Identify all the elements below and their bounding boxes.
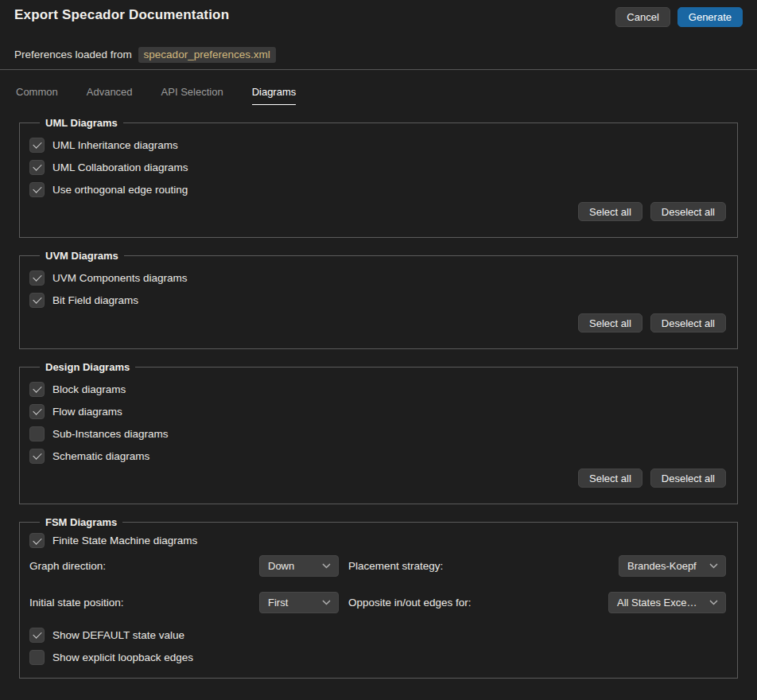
checkbox-label: Flow diagrams bbox=[52, 406, 122, 418]
checkbox-label: Schematic diagrams bbox=[52, 450, 149, 462]
checkbox-uvm-components[interactable] bbox=[29, 270, 45, 286]
select-value: Down bbox=[268, 560, 294, 572]
checkbox-uml-inheritance[interactable] bbox=[29, 138, 45, 153]
design-button-row: Select all Deselect all bbox=[29, 469, 726, 488]
design-select-all-button[interactable]: Select all bbox=[578, 469, 642, 488]
tab-api-selection[interactable]: API Selection bbox=[161, 86, 223, 105]
chevron-down-icon bbox=[709, 600, 718, 605]
checkbox-block-diagrams[interactable] bbox=[29, 382, 45, 397]
select-value: First bbox=[268, 597, 288, 609]
checkbox-row-uvm-components[interactable]: UVM Components diagrams bbox=[29, 266, 726, 289]
chevron-down-icon bbox=[709, 563, 718, 569]
fsm-options-row-1: Graph direction: Down Placement strategy… bbox=[29, 555, 726, 577]
uml-button-row: Select all Deselect all bbox=[29, 202, 726, 221]
uvm-select-all-button[interactable]: Select all bbox=[578, 313, 642, 332]
section-uvm-title: UVM Diagrams bbox=[40, 250, 124, 262]
checkbox-sub-instances-diagrams[interactable] bbox=[29, 426, 45, 441]
checkbox-label: Show explicit loopback edges bbox=[52, 651, 193, 663]
fsm-options-row-2: Initial state position: First Opposite i… bbox=[29, 592, 726, 613]
dialog-header: Export Specador Documentation Cancel Gen… bbox=[0, 0, 757, 27]
checkbox-row-schematic[interactable]: Schematic diagrams bbox=[29, 445, 726, 467]
checkbox-fsm-diagrams[interactable] bbox=[29, 533, 45, 548]
checkbox-label: Bit Field diagrams bbox=[52, 294, 138, 306]
initial-state-position-label: Initial state position: bbox=[29, 597, 259, 609]
checkbox-orthogonal-routing[interactable] bbox=[29, 182, 45, 197]
checkbox-show-loopback-edges[interactable] bbox=[29, 650, 45, 665]
uvm-deselect-all-button[interactable]: Deselect all bbox=[650, 313, 726, 332]
checkbox-label: Use orthogonal edge routing bbox=[52, 184, 188, 196]
checkbox-label: UVM Components diagrams bbox=[52, 272, 188, 284]
select-value: All States Exce… bbox=[617, 597, 697, 609]
section-uml-title: UML Diagrams bbox=[40, 117, 123, 129]
checkbox-uml-collaboration[interactable] bbox=[29, 160, 45, 175]
preferences-file-badge: specador_preferences.xml bbox=[138, 47, 276, 63]
section-uvm-diagrams: UVM Diagrams UVM Components diagrams Bit… bbox=[19, 250, 738, 349]
preferences-line: Preferences loaded from specador_prefere… bbox=[0, 27, 757, 60]
checkbox-label: Block diagrams bbox=[52, 383, 126, 395]
tab-bar: Common Advanced API Selection Diagrams bbox=[0, 70, 757, 105]
checkbox-label: Sub-Instances diagrams bbox=[52, 428, 169, 440]
checkbox-row-uml-collaboration[interactable]: UML Collaboration diagrams bbox=[29, 156, 726, 178]
uml-deselect-all-button[interactable]: Deselect all bbox=[650, 202, 726, 221]
opposite-edges-label: Opposite in/out edges for: bbox=[348, 597, 472, 609]
checkbox-label: UML Inheritance diagrams bbox=[52, 139, 178, 151]
checkbox-row-fsm[interactable]: Finite State Machine diagrams bbox=[29, 533, 726, 548]
uml-select-all-button[interactable]: Select all bbox=[578, 202, 642, 221]
checkbox-row-show-loopback-edges[interactable]: Show explicit loopback edges bbox=[29, 646, 726, 668]
fsm-footer-checkboxes: Show DEFAULT state value Show explicit l… bbox=[29, 624, 726, 668]
uvm-button-row: Select all Deselect all bbox=[29, 313, 726, 332]
checkbox-label: UML Collaboration diagrams bbox=[52, 161, 188, 173]
section-fsm-diagrams: FSM Diagrams Finite State Machine diagra… bbox=[19, 516, 738, 679]
checkbox-label: Show DEFAULT state value bbox=[52, 629, 184, 641]
checkbox-label: Finite State Machine diagrams bbox=[52, 535, 197, 546]
placement-strategy-label: Placement strategy: bbox=[348, 560, 443, 572]
design-deselect-all-button[interactable]: Deselect all bbox=[650, 469, 726, 488]
tab-advanced[interactable]: Advanced bbox=[87, 86, 133, 105]
section-design-diagrams: Design Diagrams Block diagrams Flow diag… bbox=[19, 361, 738, 504]
section-fsm-title: FSM Diagrams bbox=[40, 516, 122, 528]
checkbox-row-bit-field[interactable]: Bit Field diagrams bbox=[29, 289, 726, 311]
select-value: Brandes-Koepf bbox=[627, 560, 697, 572]
page-title: Export Specador Documentation bbox=[14, 7, 229, 23]
checkbox-schematic-diagrams[interactable] bbox=[29, 449, 45, 464]
placement-strategy-select[interactable]: Brandes-Koepf bbox=[619, 555, 726, 577]
checkbox-bit-field[interactable] bbox=[29, 293, 45, 308]
checkbox-show-default-state[interactable] bbox=[29, 628, 45, 643]
header-actions: Cancel Generate bbox=[615, 7, 743, 27]
checkbox-row-orthogonal-routing[interactable]: Use orthogonal edge routing bbox=[29, 178, 726, 200]
checkbox-flow-diagrams[interactable] bbox=[29, 404, 45, 419]
graph-direction-select[interactable]: Down bbox=[259, 555, 339, 577]
section-uml-diagrams: UML Diagrams UML Inheritance diagrams UM… bbox=[19, 117, 738, 238]
chevron-down-icon bbox=[322, 563, 331, 569]
cancel-button[interactable]: Cancel bbox=[615, 7, 670, 27]
section-design-title: Design Diagrams bbox=[40, 361, 135, 373]
checkbox-row-show-default-state[interactable]: Show DEFAULT state value bbox=[29, 624, 726, 646]
checkbox-row-block[interactable]: Block diagrams bbox=[29, 378, 726, 400]
tab-common[interactable]: Common bbox=[16, 86, 58, 105]
checkbox-row-uml-inheritance[interactable]: UML Inheritance diagrams bbox=[29, 134, 726, 156]
preferences-loaded-text: Preferences loaded from bbox=[14, 49, 132, 60]
tab-diagrams[interactable]: Diagrams bbox=[252, 86, 297, 105]
checkbox-row-sub-instances[interactable]: Sub-Instances diagrams bbox=[29, 422, 726, 445]
chevron-down-icon bbox=[322, 600, 331, 605]
generate-button[interactable]: Generate bbox=[677, 7, 743, 27]
initial-state-position-select[interactable]: First bbox=[259, 592, 339, 613]
opposite-edges-select[interactable]: All States Exce… bbox=[608, 592, 726, 613]
checkbox-row-flow[interactable]: Flow diagrams bbox=[29, 400, 726, 422]
graph-direction-label: Graph direction: bbox=[29, 560, 259, 572]
